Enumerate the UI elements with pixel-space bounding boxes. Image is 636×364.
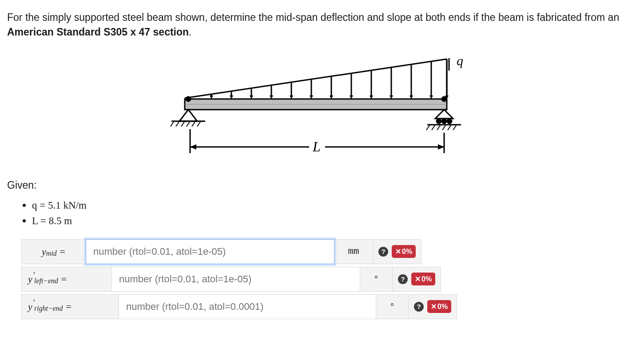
answer-row-yleft: y′left−end = ? ✕ 0% <box>21 267 629 292</box>
problem-section-bold: American Standard S305 x 47 section <box>7 26 189 38</box>
tools-ymid: ? ✕ 0% <box>373 239 421 264</box>
problem-statement: For the simply supported steel beam show… <box>7 10 629 40</box>
svg-marker-56 <box>438 144 444 150</box>
problem-text-after: . <box>189 26 191 38</box>
svg-line-7 <box>181 121 185 127</box>
score-badge-ymid: ✕ 0% <box>392 245 416 258</box>
label-ymid: ymid = <box>21 239 86 264</box>
svg-line-21 <box>448 125 451 130</box>
input-yleft[interactable] <box>111 267 360 292</box>
svg-point-11 <box>442 97 446 101</box>
problem-text-before: For the simply supported steel beam show… <box>7 12 619 23</box>
svg-line-10 <box>197 121 201 127</box>
svg-marker-55 <box>190 144 196 150</box>
svg-line-22 <box>453 125 457 130</box>
score-badge-yleft: ✕ 0% <box>411 273 435 285</box>
svg-line-19 <box>437 125 441 130</box>
beam-figure: q L <box>7 50 629 166</box>
label-yright: y′right−end = <box>21 294 119 319</box>
svg-marker-3 <box>179 110 197 121</box>
svg-line-18 <box>432 125 435 130</box>
svg-marker-12 <box>435 110 453 119</box>
svg-point-15 <box>447 119 452 123</box>
unit-ymid: mm <box>334 239 373 264</box>
answer-row-ymid: ymid = mm ? ✕ 0% <box>21 239 629 264</box>
svg-line-8 <box>187 121 190 127</box>
svg-line-23 <box>185 59 447 98</box>
tools-yleft: ? ✕ 0% <box>393 267 441 292</box>
label-yleft: y′left−end = <box>21 267 111 292</box>
svg-line-5 <box>171 121 174 127</box>
wrong-icon: ✕ <box>415 274 421 284</box>
svg-line-9 <box>192 121 195 127</box>
tools-yright: ? ✕ 0% <box>409 294 457 319</box>
score-badge-yright: ✕ 0% <box>427 300 451 313</box>
help-icon[interactable]: ? <box>414 302 424 312</box>
help-icon[interactable]: ? <box>398 274 408 284</box>
svg-point-14 <box>442 119 446 123</box>
svg-line-20 <box>442 125 446 130</box>
given-item-q: q = 5.1 kN/m <box>32 198 629 213</box>
unit-yright <box>376 294 409 319</box>
wrong-icon: ✕ <box>431 301 437 312</box>
svg-line-17 <box>426 125 430 130</box>
answer-row-yright: y′right−end = ? ✕ 0% <box>21 294 629 319</box>
svg-point-13 <box>437 119 441 123</box>
input-yright[interactable] <box>119 294 376 319</box>
wrong-icon: ✕ <box>395 246 401 257</box>
help-icon[interactable]: ? <box>378 247 388 257</box>
figure-L-label: L <box>312 138 321 154</box>
figure-q-label: q <box>457 53 463 68</box>
svg-line-6 <box>176 121 179 127</box>
given-list: q = 5.1 kN/m L = 8.5 m <box>32 198 629 229</box>
given-item-L: L = 8.5 m <box>32 214 629 228</box>
beam-svg: q L <box>158 50 478 166</box>
unit-yleft <box>360 267 393 292</box>
input-ymid[interactable] <box>86 239 334 264</box>
given-heading: Given: <box>7 178 629 193</box>
